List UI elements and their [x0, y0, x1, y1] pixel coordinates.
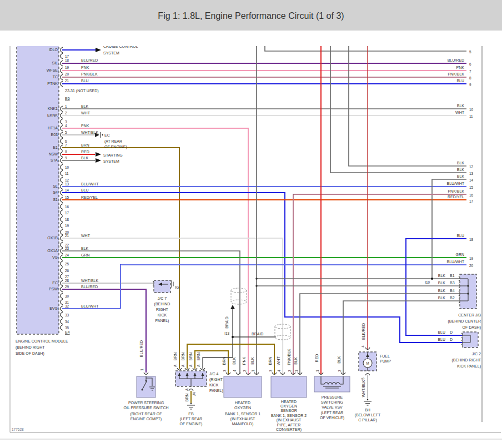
connector-id: E6	[65, 97, 70, 100]
starting-label: SYSTEM	[103, 159, 119, 163]
pin-num: 2	[243, 370, 247, 372]
bh-caption: (BELOW LEFT	[355, 413, 381, 417]
pin-name: HT1A	[48, 126, 58, 130]
wire-color-label: WHT/BLK	[362, 380, 365, 397]
pin-num: 5	[65, 130, 67, 134]
pin-num: 11	[65, 172, 69, 175]
pin-num: 29	[65, 285, 69, 289]
pin-name: KNK1	[48, 107, 58, 110]
pin-num: 2	[65, 111, 67, 115]
pin-num: 3	[65, 120, 67, 124]
wire-color-label: BLU/RED	[81, 58, 98, 62]
pin-num: 20	[65, 72, 69, 76]
o2s1-caption: MANIFOLD)	[232, 422, 254, 426]
pin-num: 9	[65, 156, 67, 160]
wire-color-label: BRN	[173, 353, 177, 361]
o2s2-caption: BANK 1, SENSOR 2	[271, 414, 307, 417]
jc7-box	[154, 280, 170, 293]
pin-num: 23	[65, 246, 69, 250]
wire-color-label: BLK	[438, 281, 446, 285]
wire-color-label: BLK	[438, 296, 446, 300]
pin-name: OX1B	[47, 236, 58, 240]
exit-num: 18	[469, 238, 474, 241]
o2s2-caption: SENSOR	[280, 409, 297, 412]
wires	[17, 43, 466, 403]
eb-caption: OF ENGINE)	[180, 422, 203, 426]
pin-name: S1	[53, 198, 58, 202]
wire-color-label: BLK	[81, 156, 89, 160]
page-title: Fig 1: 1.8L, Engine Performance Circuit …	[158, 11, 344, 21]
pin-letter: A	[181, 364, 185, 367]
exit-num: 6	[469, 62, 471, 66]
pin-num: 4	[361, 345, 365, 348]
pin-num: 21	[65, 234, 69, 238]
pin-name: TC	[53, 75, 58, 79]
wire-color-label: PNK	[81, 66, 89, 69]
pin-num: 31	[65, 300, 69, 304]
wire-color-label: WHT	[81, 111, 91, 115]
jc4-caption: KICK	[209, 383, 219, 387]
exit-num: 11	[469, 114, 473, 118]
jc2-caption: KICK PANEL)	[457, 364, 481, 369]
cruise-label: SYSTEM	[103, 51, 119, 55]
wire-color-label: RED/YEL	[81, 195, 98, 199]
exit-num: 13	[469, 172, 474, 175]
pin-num: 17	[65, 211, 69, 215]
pin-num: 2	[338, 370, 342, 372]
pin-num: 1	[140, 369, 144, 371]
psw-caption: OIL PRESSURE SWITCH	[123, 406, 168, 410]
psw-caption: (RIGHT REAR OF	[130, 412, 162, 416]
wire-color-label: PNK/BLK	[448, 72, 464, 76]
pin-num: 33	[65, 313, 69, 317]
wire-color-label: BLU/RED	[448, 58, 464, 62]
pin-num: 13	[65, 182, 69, 186]
jc7-caption: (BEHIND	[154, 302, 170, 306]
wire-color-label: RED	[81, 150, 89, 154]
pin-name: EKNK	[47, 113, 58, 117]
jc2-caption: (BEHIND RIGHT	[452, 358, 481, 363]
pin-num: 27	[65, 275, 69, 279]
exit-num: 15	[469, 185, 474, 189]
wire-color-label: BRN	[81, 143, 89, 147]
pin-num: 5	[361, 377, 365, 380]
wire-color-label: BLU	[81, 79, 89, 83]
wire-color-label: BLU	[438, 338, 445, 341]
o2s1-caption: (IN EXHAUST	[230, 417, 255, 421]
jb-caption: (BEHIND CENTER	[448, 319, 481, 324]
wire-color-label: BLU/RED	[81, 285, 98, 289]
ec-label: EC	[104, 133, 110, 137]
pin-num: 6	[65, 139, 67, 143]
pin-name: STA	[51, 158, 58, 162]
braid-arrow-icon	[230, 305, 235, 309]
wire-color-label: BLU	[81, 188, 89, 192]
components	[95, 48, 478, 409]
o2s2-caption: PIPE, AFTER	[277, 423, 300, 427]
jc7-caption: RIGHT	[156, 308, 169, 311]
wire-color-label: PNK	[81, 124, 89, 128]
wire-color-label: BLK	[457, 174, 465, 178]
pin-num: 1	[251, 370, 255, 372]
pin-name: E03	[51, 133, 58, 137]
junction-i10	[431, 278, 433, 280]
pin-letter: A	[185, 388, 189, 391]
wire-color-label: BRN	[268, 357, 272, 365]
wire-color-label: BLK/RED	[362, 323, 365, 340]
wire-color-label: BLU	[438, 330, 445, 334]
pin-num: 3	[223, 370, 227, 372]
o2s2-caption: HEATED	[281, 400, 297, 404]
wire-color-label: BRN	[222, 357, 226, 365]
pin-name: SL	[53, 184, 58, 188]
pin-num: 1	[65, 104, 67, 108]
exit-num: 5	[469, 50, 471, 54]
pin-num: 21	[65, 79, 69, 83]
wire-color-label: BLU/WHT	[447, 182, 465, 185]
jc2-caption: J/C 2	[472, 352, 481, 356]
eb-caption: EB	[188, 412, 194, 416]
cruise-arrow-icon	[96, 48, 101, 52]
wire-color-label: WHT/BLK	[81, 130, 98, 134]
jb-pin: B2	[450, 296, 455, 300]
o2s1-box	[224, 376, 262, 397]
wire-color-label: BLU/WHT	[81, 304, 99, 308]
fuel-pump-label: PUMP	[380, 359, 391, 363]
pin-num: 26	[65, 269, 69, 273]
